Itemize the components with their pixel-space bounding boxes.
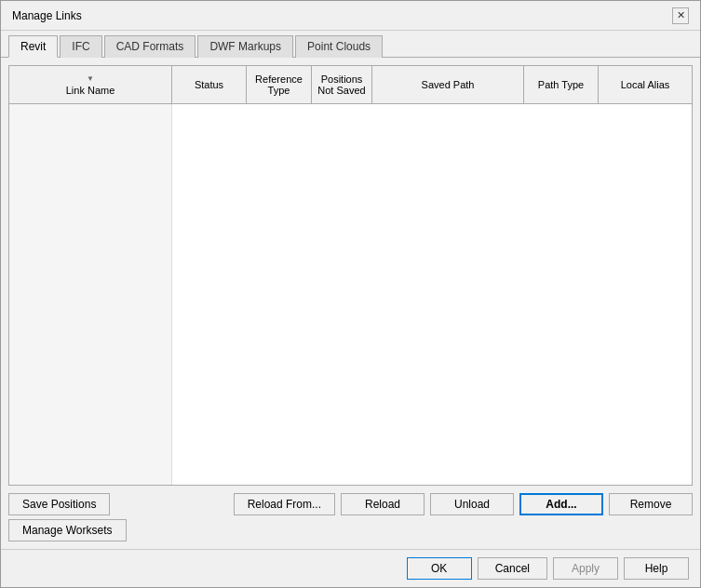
links-table: ▼ Link Name Status Reference Type Positi… xyxy=(8,65,693,486)
content-area: ▼ Link Name Status Reference Type Positi… xyxy=(1,58,700,549)
action-buttons-row2: Manage Worksets xyxy=(8,519,693,541)
manage-worksets-button[interactable]: Manage Worksets xyxy=(8,519,127,541)
tabs-bar: Revit IFC CAD Formats DWF Markups Point … xyxy=(1,31,700,58)
apply-button[interactable]: Apply xyxy=(553,557,618,580)
tab-ifc[interactable]: IFC xyxy=(60,35,101,58)
tab-cad-formats[interactable]: CAD Formats xyxy=(104,35,196,58)
empty-area xyxy=(172,104,692,485)
col-header-path-type: Path Type xyxy=(524,66,599,103)
remove-button[interactable]: Remove xyxy=(609,493,693,515)
help-button[interactable]: Help xyxy=(624,557,689,580)
col-header-link-name: ▼ Link Name xyxy=(9,66,172,103)
col-header-saved-path: Saved Path xyxy=(372,66,524,103)
dialog-title: Manage Links xyxy=(12,9,82,22)
link-name-column xyxy=(9,104,172,485)
ok-button[interactable]: OK xyxy=(407,557,472,580)
col-header-status: Status xyxy=(172,66,247,103)
unload-button[interactable]: Unload xyxy=(430,493,514,515)
tab-revit[interactable]: Revit xyxy=(8,35,58,58)
col-header-reference-type: Reference Type xyxy=(247,66,312,103)
manage-links-dialog: Manage Links ✕ Revit IFC CAD Formats DWF… xyxy=(0,0,701,588)
add-button[interactable]: Add... xyxy=(519,493,603,515)
table-header: ▼ Link Name Status Reference Type Positi… xyxy=(9,66,692,104)
reload-button[interactable]: Reload xyxy=(341,493,425,515)
footer: OK Cancel Apply Help xyxy=(1,549,700,587)
action-buttons-row1: Save Positions Reload From... Reload Unl… xyxy=(8,493,693,515)
table-body xyxy=(9,104,692,485)
cancel-button[interactable]: Cancel xyxy=(478,557,547,580)
col-header-local-alias: Local Alias xyxy=(599,66,692,103)
save-positions-button[interactable]: Save Positions xyxy=(8,493,110,515)
title-bar: Manage Links ✕ xyxy=(1,1,700,31)
col-header-positions-not-saved: Positions Not Saved xyxy=(312,66,372,103)
sort-arrow-icon: ▼ xyxy=(87,74,94,83)
reload-from-button[interactable]: Reload From... xyxy=(234,493,335,515)
tab-dwf-markups[interactable]: DWF Markups xyxy=(197,35,293,58)
close-button[interactable]: ✕ xyxy=(672,7,689,24)
tab-point-clouds[interactable]: Point Clouds xyxy=(295,35,383,58)
